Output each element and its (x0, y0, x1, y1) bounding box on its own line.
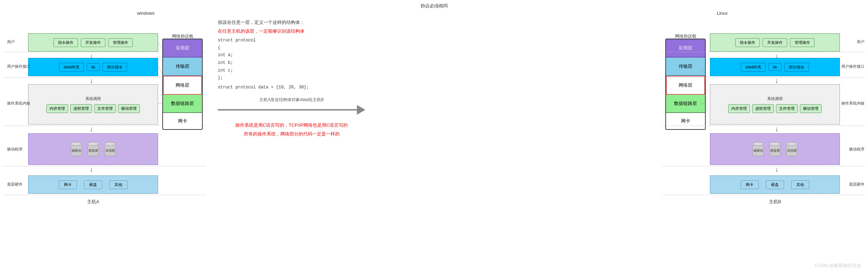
left-ui-box-1: shell外壳 (59, 63, 84, 72)
right-net-transport: 传输层 (666, 58, 705, 76)
right-drv-cyl-2: 硬盘驱 (769, 142, 781, 156)
left-hw-box-2: 硬盘 (84, 180, 102, 189)
top-label: 协议必须相同 (420, 3, 448, 9)
right-net-box: 应用层 传输层 网络层 数据链路层 网卡 (665, 39, 706, 130)
right-side-ui: 用户操作接口 (841, 64, 864, 69)
sep-line-r2 (663, 77, 864, 78)
sep-line-r4 (663, 166, 864, 166)
right-net-app: 应用层 (666, 39, 705, 58)
right-net-datalink: 数据链路层 (666, 95, 705, 113)
right-ui-box-2: lib (769, 63, 782, 71)
left-arrow-2: ↓ (90, 76, 93, 85)
right-user-box-2: 开发操作 (763, 38, 787, 47)
code-line-4: }; (218, 74, 365, 82)
left-kern-box-4: 驱动管理 (118, 104, 140, 113)
right-user-box-3: 管理操作 (790, 38, 815, 47)
left-user-box-1: 指令操作 (53, 38, 78, 47)
right-arrow-3: ↓ (775, 125, 778, 133)
sep-line-5 (4, 195, 205, 195)
left-net-stack: 应用层 传输层 网络层 数据链路层 网卡 (162, 39, 203, 130)
struct-data: struct protocol data = {10, 20, 30}; (218, 85, 365, 90)
os-label-right: Linux (657, 11, 787, 16)
left-kernel-title: 系统调用 (85, 96, 101, 101)
left-arrow-4: ↓ (90, 165, 93, 173)
left-hw-box-1: 网卡 (59, 180, 77, 189)
left-kern-box-2: 进程管理 (70, 104, 92, 113)
host-a-label: 主机A (28, 199, 158, 205)
left-user-box-2: 开发操作 (81, 38, 105, 47)
left-net-app: 应用层 (163, 39, 202, 58)
right-kernel-layer: 系统调用 内存管理 进程管理 文件管理 驱动管理 (710, 84, 840, 125)
right-hw-layer: 网卡 硬盘 其他 (710, 175, 840, 194)
code-line-2: int b; (218, 59, 365, 67)
right-ui-layer: shell外壳 lib 部分指令 (710, 58, 840, 76)
right-side-drv: 驱动程序 (849, 147, 864, 152)
bottom-note-1: 操作系统是用C语言写的，TCP/IP网络也是用C语言写的 (218, 122, 365, 129)
right-kernel-boxes: 内存管理 进程管理 文件管理 驱动管理 (728, 104, 822, 113)
watermark: CSDN @戴墨镜的恐龙 (815, 262, 861, 269)
host-b-label: 主机B (710, 199, 840, 205)
right-net-stack: 应用层 传输层 网络层 数据链路层 网卡 (665, 39, 706, 130)
sep-line-4 (4, 166, 205, 166)
right-kern-box-3: 文件管理 (776, 104, 798, 113)
struct-name: struct protocol (218, 38, 365, 43)
left-drv-cyl-3: 其他驱 (104, 142, 116, 156)
left-side-user: 用户 (7, 39, 15, 45)
right-user-box-1: 指令操作 (735, 38, 760, 47)
left-driver-layer: 磁驱动 硬盘驱 其他驱 (28, 133, 158, 165)
left-hw-layer: 网卡 硬盘 其他 (28, 175, 158, 194)
middle-section: 假设在任意一层，定义一个这样的结构体： 在任意主机的该层，一定能够识别该结构体 … (218, 19, 365, 138)
red-text: 在任意主机的该层，一定能够识别该结构体 (218, 28, 365, 35)
right-kern-box-1: 内存管理 (728, 104, 750, 113)
left-hw-box-3: 其他 (109, 180, 128, 189)
left-kern-box-3: 文件管理 (94, 104, 116, 113)
left-user-layer: 指令操作 开发操作 管理操作 (28, 33, 158, 52)
left-net-transport: 传输层 (163, 58, 202, 76)
assumption-title: 假设在任意一层，定义一个这样的结构体： (218, 19, 365, 26)
right-ui-box-3: 部分指令 (784, 63, 809, 72)
svg-line-1 (158, 67, 162, 73)
code-line-0: { (218, 44, 365, 52)
code-line-1: int a; (218, 52, 365, 59)
code-line-3: int c; (218, 67, 365, 75)
right-hw-box-1: 网卡 (740, 180, 759, 189)
left-arrow-3: ↓ (90, 125, 93, 133)
right-side-kern: 操作系统内核 (841, 101, 864, 106)
right-driver-layer: 磁驱动 硬盘驱 其他驱 (710, 133, 840, 165)
right-arrow-4: ↓ (775, 165, 778, 173)
right-user-layer: 指令操作 开发操作 管理操作 (710, 33, 840, 52)
right-net-nic: 网卡 (666, 113, 705, 129)
left-net-network: 网络层 (163, 76, 202, 95)
sep-line-r5 (663, 195, 864, 195)
left-side-drv: 驱动程序 (7, 147, 22, 152)
right-kern-box-2: 进程管理 (752, 104, 774, 113)
right-ui-box-1: shell外壳 (741, 63, 766, 72)
right-drv-cyl-3: 其他驱 (786, 142, 797, 156)
left-user-box-3: 管理操作 (108, 38, 133, 47)
left-drv-cyl-2: 硬盘驱 (87, 142, 99, 156)
bottom-note-2: 所有的操作系统，网络部分的代码一定是一样的 (218, 131, 365, 138)
sep-line-r3 (663, 126, 864, 126)
left-ui-box-3: 部分指令 (103, 63, 127, 72)
right-kernel-title: 系统调用 (767, 96, 783, 101)
right-side-user: 用户 (857, 39, 864, 45)
os-label-left: windows (81, 11, 211, 16)
right-hw-box-2: 硬盘 (766, 180, 784, 189)
code-block: { int a; int b; int c; }; (218, 44, 365, 82)
sep-line-r1 (663, 52, 864, 52)
left-net-box: 应用层 传输层 网络层 数据链路层 网卡 (162, 39, 203, 130)
svg-line-0 (158, 42, 162, 48)
left-side-hw: 底层硬件 (7, 182, 22, 187)
left-net-datalink: 数据链路层 (163, 95, 202, 113)
left-ui-box-2: lib (87, 63, 100, 71)
left-kernel-layer: 系统调用 内存管理 进程管理 文件管理 驱动管理 (28, 84, 158, 125)
right-net-network: 网络层 (666, 76, 705, 95)
left-side-ui: 用户操作接口 (7, 64, 30, 69)
left-side-kern: 操作系统内核 (7, 101, 30, 106)
left-kern-box-1: 内存管理 (46, 104, 68, 113)
big-arrow-container (218, 105, 365, 115)
left-drv-cyl-1: 磁驱动 (71, 142, 82, 156)
big-arrow-label: 主机A发送结构体对象data给主机B (218, 97, 365, 103)
left-net-nic: 网卡 (163, 113, 202, 129)
right-drv-cyl-1: 磁驱动 (752, 142, 764, 156)
